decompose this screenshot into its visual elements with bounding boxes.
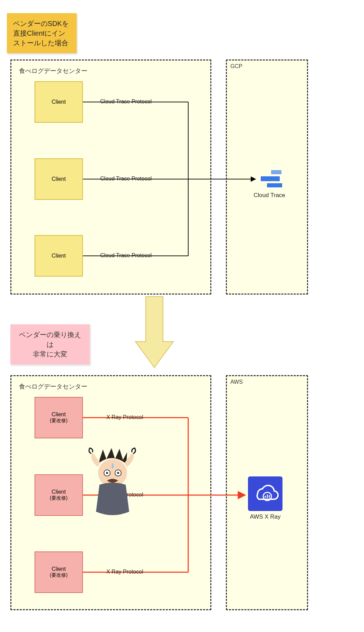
aws-xray-icon bbox=[248, 476, 282, 511]
client-label: Client bbox=[52, 566, 66, 572]
cloud-title-gcp: GCP bbox=[227, 61, 307, 69]
client-box-bottom-3: Client (要改修) bbox=[35, 551, 83, 593]
client-label: Client bbox=[52, 489, 66, 495]
edge-label-bottom-3: X Ray Protocol bbox=[106, 569, 143, 575]
cloud-trace-label: Cloud Trace bbox=[252, 192, 287, 199]
svg-rect-5 bbox=[271, 170, 281, 174]
svg-rect-6 bbox=[261, 176, 280, 181]
client-label: Client bbox=[52, 99, 66, 105]
down-arrow-icon bbox=[135, 297, 173, 369]
client-label: Client bbox=[52, 411, 66, 418]
datacenter-title-bottom: 食べログデータセンター bbox=[11, 376, 210, 391]
edge-label-top-1: Cloud Trace Protocol bbox=[100, 99, 152, 105]
client-sublabel: (要改修) bbox=[50, 418, 67, 424]
edge-label-top-3: Cloud Trace Protocol bbox=[100, 252, 152, 259]
frustrated-person-icon bbox=[79, 446, 144, 526]
edge-label-top-2: Cloud Trace Protocol bbox=[100, 176, 152, 182]
client-label: Client bbox=[52, 253, 66, 259]
client-box-top-3: Client bbox=[35, 235, 83, 277]
datacenter-title-top: 食べログデータセンター bbox=[11, 61, 210, 75]
client-box-bottom-2: Client (要改修) bbox=[35, 474, 83, 516]
cloud-title-aws: AWS bbox=[227, 376, 307, 385]
client-sublabel: (要改修) bbox=[50, 495, 67, 501]
client-sublabel: (要改修) bbox=[50, 572, 67, 578]
client-box-top-2: Client bbox=[35, 158, 83, 200]
svg-rect-7 bbox=[267, 183, 282, 187]
cloud-trace-icon bbox=[257, 169, 285, 189]
client-box-bottom-1: Client (要改修) bbox=[35, 397, 83, 438]
client-label: Client bbox=[52, 176, 66, 182]
sticky-note-top: ベンダーのSDKを 直接Clientにイン ストールした場合 bbox=[7, 13, 77, 53]
client-box-top-1: Client bbox=[35, 81, 83, 123]
sticky-note-middle: ベンダーの乗り換えは 非常に大変 bbox=[10, 324, 90, 364]
aws-xray-label: AWS X Ray bbox=[248, 513, 282, 520]
edge-label-bottom-1: X Ray Protocol bbox=[106, 414, 143, 420]
